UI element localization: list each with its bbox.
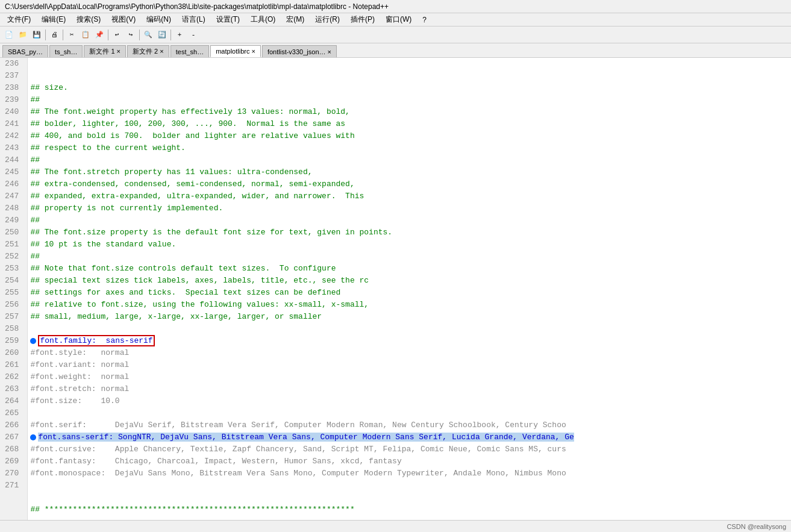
toolbar-cut[interactable]: ✂: [65, 28, 78, 42]
tab-2[interactable]: 新文件 1 ×: [84, 45, 126, 57]
line-number: 243: [5, 142, 22, 154]
toolbar-redo[interactable]: ↪: [124, 28, 137, 42]
line-number: 253: [5, 263, 22, 275]
code-line: [30, 407, 789, 419]
menu-item[interactable]: 窗口(W): [381, 13, 416, 26]
code-line: #font.style: normal: [30, 347, 789, 359]
line-number: 247: [5, 190, 22, 202]
tab-6[interactable]: fontlist-v330_json… ×: [262, 45, 337, 57]
line-number: 248: [5, 202, 22, 214]
tab-1[interactable]: ts_sh…: [49, 45, 83, 57]
line-number: 241: [5, 118, 22, 130]
code-line: ## respect to the current weight.: [30, 142, 789, 154]
toolbar-undo[interactable]: ↩: [110, 28, 123, 42]
line-number: 238: [5, 82, 22, 94]
menu-item[interactable]: 文件(F): [2, 13, 36, 26]
toolbar-find[interactable]: 🔍: [142, 28, 155, 42]
menu-item[interactable]: 运行(R): [310, 13, 345, 26]
line-number: 259: [5, 335, 22, 347]
toolbar-replace[interactable]: 🔄: [155, 28, 169, 42]
tab-label: fontlist-v330_json… ×: [267, 48, 331, 55]
line-number: 268: [5, 443, 22, 455]
code-line: ## expanded, extra-expanded, ultra-expan…: [30, 190, 789, 202]
line-number: 265: [5, 407, 22, 419]
tab-3[interactable]: 新文件 2 ×: [127, 45, 169, 57]
toolbar-zoom-out[interactable]: -: [187, 28, 200, 42]
line-number: 269: [5, 455, 22, 468]
code-line: #font.variant: normal: [30, 359, 789, 371]
line-number: 250: [5, 227, 22, 239]
code-line: ## relative to font.size, using the foll…: [30, 299, 789, 311]
code-line: #font.monospace: DejaVu Sans Mono, Bitst…: [30, 468, 789, 480]
menu-item[interactable]: 插件(P): [346, 13, 380, 26]
line-number: 267: [5, 431, 22, 443]
line-number: 264: [5, 395, 22, 407]
code-line: ## small, medium, large, x-large, xx-lar…: [30, 311, 789, 323]
line-number: 257: [5, 311, 22, 323]
code-line: ## extra-condensed, condensed, semi-cond…: [30, 178, 789, 190]
toolbar-paste[interactable]: 📌: [93, 28, 106, 42]
toolbar-save[interactable]: 💾: [30, 28, 43, 42]
code-line: font.family: sans-serif: [30, 335, 789, 347]
toolbar-separator-1: [45, 30, 46, 40]
code-line: #font.fantasy: Chicago, Charcoal, Impact…: [30, 455, 789, 468]
line-number: 240: [5, 106, 22, 118]
code-line: ## Note that font.size controls default …: [30, 263, 789, 275]
toolbar-separator-3: [108, 30, 108, 40]
line-numbers: 2362372382392402412422432442452462472482…: [0, 58, 28, 520]
red-box-highlight: font.family: sans-serif: [38, 335, 154, 346]
tab-0[interactable]: SBAS_py…: [2, 45, 48, 57]
code-area[interactable]: ## size.#### The font.weight property ha…: [28, 58, 791, 520]
line-number: 244: [5, 154, 22, 166]
menu-item[interactable]: ?: [417, 14, 431, 25]
line-number: 266: [5, 419, 22, 431]
toolbar-copy[interactable]: 📋: [79, 28, 92, 42]
menu-bar: 文件(F)编辑(E)搜索(S)视图(V)编码(N)语言(L)设置(T)工具(O)…: [0, 13, 791, 27]
line-number: 252: [5, 251, 22, 263]
code-line: font.sans-serif: SongNTR, DejaVu Sans, B…: [30, 431, 789, 443]
line-number: 236: [5, 58, 22, 70]
line-number: 262: [5, 371, 22, 383]
line-number: 263: [5, 383, 22, 395]
code-line: ##: [30, 154, 789, 166]
line-number: 242: [5, 130, 22, 142]
code-line: ## size.: [30, 82, 789, 94]
line-number: 270: [5, 468, 22, 480]
code-line: #font.size: 10.0: [30, 395, 789, 407]
title-bar: C:\Users\dell\AppData\Local\Programs\Pyt…: [0, 0, 791, 13]
toolbar-new[interactable]: 📄: [2, 28, 16, 42]
menu-item[interactable]: 编码(N): [142, 13, 176, 26]
tab-label: SBAS_py…: [8, 48, 43, 55]
code-line: ## special text sizes tick labels, axes,…: [30, 275, 789, 287]
toolbar-open[interactable]: 📁: [16, 28, 30, 42]
code-line: ## 400, and bold is 700. bolder and ligh…: [30, 130, 789, 142]
menu-item[interactable]: 搜索(S): [72, 13, 105, 26]
toolbar-print[interactable]: 🖨: [48, 28, 61, 42]
menu-item[interactable]: 设置(T): [211, 13, 245, 26]
code-line: ## The font.size property is the default…: [30, 227, 789, 239]
code-line: ## *************************************…: [30, 504, 789, 516]
line-number: 249: [5, 214, 22, 227]
tab-5[interactable]: matplotlibrc ×: [210, 45, 261, 57]
menu-item[interactable]: 编辑(E): [37, 13, 70, 26]
menu-item[interactable]: 语言(L): [177, 13, 210, 26]
tab-4[interactable]: test_sh…: [170, 45, 209, 57]
code-line: ## settings for axes and ticks. Special …: [30, 287, 789, 299]
code-line: [30, 492, 789, 504]
code-line: [30, 480, 789, 492]
code-line: #font.weight: normal: [30, 371, 789, 383]
toolbar-separator-4: [139, 30, 140, 40]
tab-label: matplotlibrc ×: [216, 48, 255, 55]
menu-item[interactable]: 工具(O): [246, 13, 280, 26]
main-content: 2362372382392402412422432442452462472482…: [0, 58, 791, 520]
code-line: ## 10 pt is the standard value.: [30, 239, 789, 251]
title-text: C:\Users\dell\AppData\Local\Programs\Pyt…: [5, 2, 389, 11]
code-line: ## The font.stretch property has 11 valu…: [30, 166, 789, 178]
code-line: [30, 323, 789, 335]
toolbar-zoom-in[interactable]: +: [173, 28, 186, 42]
line-number: 256: [5, 299, 22, 311]
menu-item[interactable]: 视图(V): [107, 13, 140, 26]
menu-item[interactable]: 宏(M): [281, 13, 309, 26]
code-line: #font.stretch: normal: [30, 383, 789, 395]
status-bar: CSDN @realitysong: [0, 520, 791, 532]
